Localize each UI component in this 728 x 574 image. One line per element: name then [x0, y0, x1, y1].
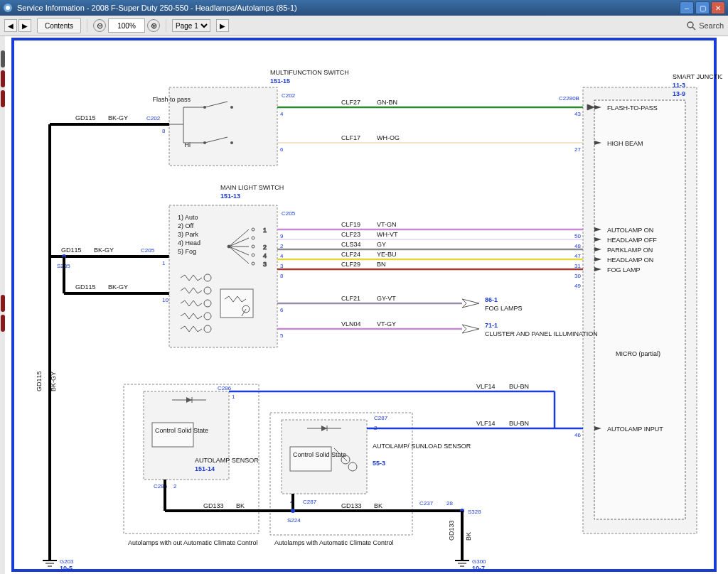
svg-text:VT-GN: VT-GN	[377, 221, 397, 228]
svg-text:BK-GY: BK-GY	[94, 247, 114, 254]
zoom-control: ⊖ ⊕	[93, 18, 160, 33]
minimize-button[interactable]: –	[680, 1, 694, 14]
svg-text:BK: BK	[374, 502, 382, 509]
bead	[1, 50, 5, 67]
svg-text:6: 6	[280, 146, 284, 153]
svg-text:CLF29: CLF29	[341, 261, 360, 268]
bead	[1, 90, 5, 107]
svg-text:71-1: 71-1	[485, 322, 498, 329]
svg-text:MAIN LIGHT SWITCH: MAIN LIGHT SWITCH	[220, 184, 284, 191]
svg-text:11-3: 11-3	[673, 82, 685, 89]
svg-text:5: 5	[280, 332, 284, 339]
maximize-button[interactable]: ▢	[695, 1, 710, 14]
svg-text:GY-VT: GY-VT	[377, 295, 396, 302]
svg-text:GD133: GD133	[341, 502, 362, 509]
svg-point-193	[291, 509, 295, 513]
svg-text:2) Off: 2) Off	[178, 222, 194, 229]
svg-text:Control Solid State: Control Solid State	[155, 427, 208, 434]
svg-text:C205: C205	[141, 247, 155, 254]
svg-text:9: 9	[280, 233, 284, 239]
svg-text:31: 31	[574, 263, 581, 269]
svg-text:HEADLAMP OFF: HEADLAMP OFF	[607, 237, 657, 244]
svg-text:47: 47	[574, 253, 581, 259]
toolbar: ◀ ▶ Contents ⊖ ⊕ Page 1 ▶ Search	[0, 16, 728, 36]
svg-text:FOG LAMP: FOG LAMP	[607, 266, 641, 274]
svg-rect-95	[220, 289, 253, 318]
svg-text:50: 50	[574, 233, 581, 239]
svg-text:AUTOLAMP/ SUNLOAD SENSOR: AUTOLAMP/ SUNLOAD SENSOR	[373, 443, 471, 450]
wire-vln04: 5 VLN04VT-GY 71-1 CLUSTER AND PANEL ILLU…	[277, 320, 598, 339]
app-icon	[3, 3, 13, 13]
svg-text:1: 1	[162, 260, 166, 266]
svg-text:Autolamps with Automatic Clima: Autolamps with Automatic Climate Control	[274, 539, 394, 546]
svg-text:GD115: GD115	[75, 283, 96, 291]
svg-text:BK-GY: BK-GY	[108, 114, 128, 121]
nav-back-button[interactable]: ◀	[4, 19, 17, 32]
zoom-input[interactable]	[108, 18, 145, 33]
svg-text:1: 1	[263, 227, 267, 234]
svg-text:BU-BN: BU-BN	[509, 383, 529, 390]
svg-text:46: 46	[574, 432, 581, 438]
svg-text:VLN04: VLN04	[341, 320, 361, 327]
svg-text:S224: S224	[287, 517, 301, 524]
svg-point-16	[230, 106, 233, 109]
autolamp-sunload-block: Control Solid State AUTOLAMP/ SUNLOAD SE…	[270, 413, 471, 546]
page-next-button[interactable]: ▶	[216, 19, 229, 32]
svg-text:BK-GY: BK-GY	[108, 283, 128, 291]
svg-point-2	[687, 22, 693, 28]
close-button[interactable]: ✕	[711, 1, 725, 14]
svg-text:CLF21: CLF21	[341, 295, 360, 302]
search-label: Search	[699, 21, 724, 30]
nav-fwd-button[interactable]: ▶	[18, 19, 31, 32]
bead	[1, 295, 5, 312]
svg-text:1: 1	[232, 394, 235, 400]
svg-text:BK: BK	[236, 502, 245, 509]
svg-text:WH-VT: WH-VT	[377, 231, 398, 238]
svg-text:13-9: 13-9	[673, 90, 685, 97]
svg-text:8: 8	[162, 128, 166, 134]
svg-text:43: 43	[574, 111, 581, 117]
svg-text:VT-GY: VT-GY	[377, 320, 396, 327]
zoom-in-button[interactable]: ⊕	[147, 19, 160, 32]
svg-text:30: 30	[574, 273, 581, 279]
svg-text:GY: GY	[377, 241, 386, 248]
svg-text:2: 2	[280, 243, 284, 249]
svg-text:86-1: 86-1	[485, 296, 498, 303]
svg-text:4) Head: 4) Head	[178, 239, 200, 247]
svg-text:3: 3	[280, 263, 284, 269]
search-button[interactable]: Search	[686, 21, 724, 31]
svg-text:AUTOLAMP ON: AUTOLAMP ON	[607, 227, 653, 234]
main-light-switch-block: MAIN LIGHT SWITCH 151-13 1) Auto 2) Off …	[169, 184, 296, 347]
svg-text:AUTOLAMP INPUT: AUTOLAMP INPUT	[607, 426, 663, 433]
svg-text:BK-GY: BK-GY	[50, 372, 57, 391]
svg-text:MICRO (partial): MICRO (partial)	[616, 350, 660, 357]
svg-text:MULTIFUNCTION SWITCH: MULTIFUNCTION SWITCH	[270, 69, 349, 76]
svg-point-1	[6, 6, 10, 10]
svg-text:C205: C205	[282, 210, 296, 217]
diagram-workspace: SMART JUNCTION BOX (SJB) 11-3 13-9 MICRO…	[0, 36, 728, 574]
svg-text:3) Park: 3) Park	[178, 231, 199, 238]
zoom-out-button[interactable]: ⊖	[93, 19, 106, 32]
svg-text:BU-BN: BU-BN	[509, 420, 529, 427]
svg-text:G300: G300	[472, 558, 486, 565]
page-select[interactable]: Page 1	[172, 19, 210, 32]
svg-text:6: 6	[280, 307, 284, 313]
svg-text:8: 8	[280, 273, 284, 279]
toolbar-separator	[166, 19, 166, 32]
svg-text:GD133: GD133	[203, 502, 224, 509]
svg-text:GD133: GD133	[448, 520, 455, 541]
contents-button[interactable]: Contents	[37, 18, 81, 33]
svg-text:BK: BK	[465, 532, 472, 541]
svg-text:FLASH-TO-PASS: FLASH-TO-PASS	[607, 104, 658, 112]
svg-text:GN-BN: GN-BN	[377, 99, 397, 106]
svg-text:CLF24: CLF24	[341, 251, 360, 258]
svg-text:27: 27	[574, 146, 581, 153]
svg-text:GD115: GD115	[36, 371, 43, 391]
svg-text:2: 2	[173, 483, 177, 489]
svg-text:GD115: GD115	[75, 114, 96, 121]
svg-text:1) Auto: 1) Auto	[178, 214, 198, 221]
svg-text:Autolamps with out Automatic C: Autolamps with out Automatic Climate Con…	[128, 539, 258, 546]
svg-text:CLF23: CLF23	[341, 231, 360, 238]
svg-text:4: 4	[263, 252, 267, 259]
svg-text:CLF17: CLF17	[341, 134, 360, 141]
